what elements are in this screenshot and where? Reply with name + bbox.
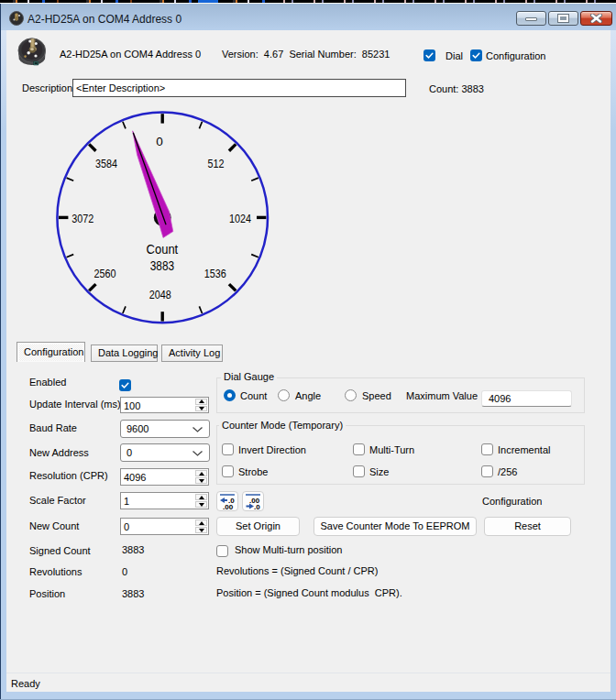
svg-text:3883: 3883 [150, 258, 174, 273]
svg-text:3072: 3072 [72, 212, 94, 225]
svg-text:.0: .0 [254, 503, 260, 510]
svg-text:2560: 2560 [94, 267, 116, 280]
svg-text:512: 512 [207, 157, 224, 170]
svg-text:1536: 1536 [204, 267, 226, 280]
svg-text:.00: .00 [223, 503, 234, 510]
svg-text:2048: 2048 [149, 288, 171, 301]
svg-text:0: 0 [156, 135, 163, 148]
svg-text:3584: 3584 [95, 157, 117, 170]
svg-text:1024: 1024 [229, 212, 251, 225]
svg-text:Count: Count [147, 241, 179, 257]
